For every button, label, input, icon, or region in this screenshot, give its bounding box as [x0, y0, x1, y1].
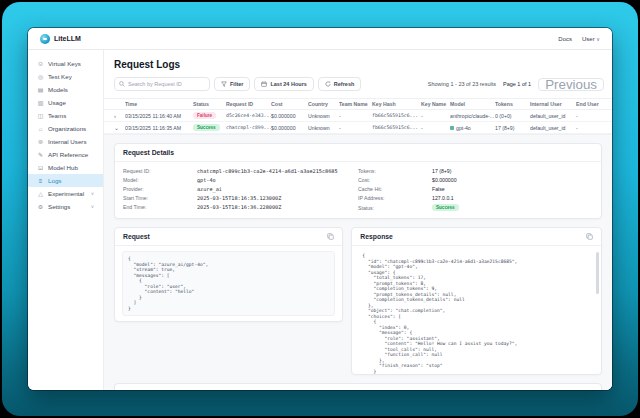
status-badge: Success — [193, 124, 226, 131]
request-id-label: Request ID: — [123, 168, 197, 174]
sidebar-item-api-reference[interactable]: ✎ API Reference — [28, 148, 103, 161]
top-navbar: LiteLLM Docs User ∨ — [28, 28, 612, 50]
sidebar-item-internal-users[interactable]: ⊚ Internal Users — [28, 135, 103, 148]
test-key-icon: ◎ — [37, 73, 44, 80]
request-details-card: Request Details Request ID:chatcmpl-c899… — [114, 143, 602, 219]
cell-end-user: - — [576, 125, 612, 131]
filter-button[interactable]: Filter — [214, 77, 250, 91]
refresh-button[interactable]: Refresh — [318, 77, 361, 91]
filter-button-label: Filter — [230, 81, 243, 87]
copy-icon[interactable] — [586, 233, 593, 240]
table-row[interactable]: › 03/15/2025 11:16:40 AM Failure d5c26ce… — [104, 110, 612, 122]
usage-chart-icon: ▥ — [37, 99, 44, 106]
provider-label: Provider: — [123, 186, 197, 192]
col-cost[interactable]: Cost — [271, 101, 308, 107]
request-panel-title: Request — [123, 233, 150, 240]
user-menu[interactable]: User ∨ — [582, 36, 600, 42]
cell-request-id: chatcmpl-c899... — [226, 125, 271, 130]
model-value: gpt-4o — [197, 177, 216, 183]
page-title: Request Logs — [114, 59, 612, 70]
cell-cost: $0.000000 — [271, 113, 308, 119]
user-menu-label: User — [582, 36, 595, 42]
users-icon: ⊚ — [37, 138, 44, 145]
time-range-button-label: Last 24 Hours — [270, 81, 306, 87]
request-json: { "model": "azure_ai/gpt-4o", "stream": … — [122, 251, 335, 316]
request-details-body: Request ID:chatcmpl-c899c1b3-ca2e-4214-a… — [115, 162, 601, 218]
copy-icon[interactable] — [327, 233, 334, 240]
sidebar-item-label: Test Key — [48, 73, 72, 80]
sidebar-item-usage[interactable]: ▥ Usage — [28, 96, 103, 109]
col-time[interactable]: Time — [125, 101, 193, 107]
desktop-background: LiteLLM Docs User ∨ ⊙ Virtual Keys ◎ Tes… — [0, 0, 640, 418]
request-panel: Request { "model": "azure_ai/gpt-4o", "s… — [114, 227, 343, 322]
request-id-value: chatcmpl-c899c1b3-ca2e-4214-a6d1-a3ae215… — [197, 168, 338, 174]
cache-hit-label: Cache Hit: — [358, 186, 432, 192]
brand-name: LiteLLM — [54, 35, 81, 42]
sidebar-item-teams[interactable]: ◫ Teams — [28, 109, 103, 122]
litellm-app-window: LiteLLM Docs User ∨ ⊙ Virtual Keys ◎ Tes… — [28, 28, 612, 390]
cell-team-name: - — [339, 113, 372, 119]
end-time-label: End Time: — [123, 204, 197, 210]
time-range-button[interactable]: Last 24 Hours — [254, 77, 313, 91]
models-icon: ▤ — [37, 86, 44, 93]
docs-link[interactable]: Docs — [558, 36, 572, 42]
response-scrollbar[interactable] — [596, 252, 599, 294]
chevron-down-icon: ∨ — [596, 36, 600, 42]
status-badge: Success — [432, 204, 459, 211]
tokens-label: Tokens: — [358, 168, 432, 174]
col-tokens[interactable]: Tokens — [495, 101, 530, 107]
cell-tokens: 0 (0+0) — [495, 113, 530, 119]
col-internal-user[interactable]: Internal User — [530, 101, 576, 107]
sidebar-item-label: Experimental — [48, 190, 84, 197]
cell-end-user: - — [576, 113, 612, 119]
cell-model: anthropic/claude-... — [450, 113, 495, 119]
sidebar-item-virtual-keys[interactable]: ⊙ Virtual Keys — [28, 57, 103, 70]
cost-label: Cost: — [358, 177, 432, 183]
cell-tokens: 17 (8+9) — [495, 125, 530, 131]
col-request-id[interactable]: Request ID — [226, 101, 271, 107]
expand-row-icon[interactable]: › — [114, 113, 125, 119]
provider-value: azure_ai — [197, 186, 222, 192]
previous-page-button[interactable]: Previous — [538, 78, 604, 91]
col-end-user[interactable]: End User — [576, 101, 612, 107]
response-json: { "id": "chatcmpl-c899c1b3-ca2e-4214-a6d… — [359, 251, 594, 375]
cell-key-hash: fb66c565915c6... — [372, 125, 421, 130]
cell-model: gpt-4o — [450, 125, 495, 131]
collapse-row-icon[interactable]: ⌄ — [114, 124, 125, 131]
status-badge: Failure — [193, 112, 226, 119]
col-key-name[interactable]: Key Name — [421, 101, 450, 107]
cache-hit-value: False — [432, 186, 445, 192]
cell-team-name: - — [339, 125, 372, 131]
col-team-name[interactable]: Team Name — [339, 101, 372, 107]
col-key-hash[interactable]: Key Hash — [372, 101, 421, 107]
request-response-panels: Request { "model": "azure_ai/gpt-4o", "s… — [114, 227, 602, 375]
metadata-card: Metadata — [114, 383, 602, 390]
col-model[interactable]: Model — [450, 101, 495, 107]
pagination: Showing 1 - 23 of 23 results Page 1 of 1… — [428, 78, 604, 91]
model-label: Model: — [123, 177, 197, 183]
chevron-down-icon: ∨ — [91, 191, 94, 196]
navbar-right: Docs User ∨ — [558, 36, 600, 42]
sidebar-item-experimental[interactable]: △ Experimental ∨ — [28, 187, 103, 200]
sidebar-item-label: Teams — [48, 112, 66, 119]
sidebar-item-test-key[interactable]: ◎ Test Key — [28, 70, 103, 83]
search-input-wrapper — [114, 77, 210, 91]
col-status[interactable]: Status — [193, 101, 226, 107]
calendar-icon — [261, 81, 267, 87]
start-time-value: 2025-03-15T18:16:35.123000Z — [197, 195, 281, 201]
table-row-expanded[interactable]: ⌄ 03/15/2025 11:16:35 AM Success chatcmp… — [104, 122, 612, 134]
main-content: Request Logs Filter Last 24 Hours — [104, 50, 612, 390]
teams-icon: ◫ — [37, 112, 44, 119]
organizations-icon: ⌂ — [37, 126, 44, 132]
sidebar: ⊙ Virtual Keys ◎ Test Key ▤ Models ▥ Usa… — [28, 50, 104, 390]
col-country[interactable]: Country — [308, 101, 339, 107]
search-input[interactable] — [128, 81, 205, 87]
sidebar-item-logs[interactable]: ≡ Logs — [28, 174, 103, 187]
sidebar-item-models[interactable]: ▤ Models — [28, 83, 103, 96]
ip-address-value: 127.0.0.1 — [432, 195, 454, 201]
key-icon: ⊙ — [37, 60, 44, 67]
sidebar-item-model-hub[interactable]: ⊡ Model Hub — [28, 161, 103, 174]
sidebar-item-organizations[interactable]: ⌂ Organizations — [28, 122, 103, 135]
sidebar-item-settings[interactable]: ⚙ Settings ∨ — [28, 200, 103, 213]
api-reference-icon: ✎ — [37, 151, 44, 158]
